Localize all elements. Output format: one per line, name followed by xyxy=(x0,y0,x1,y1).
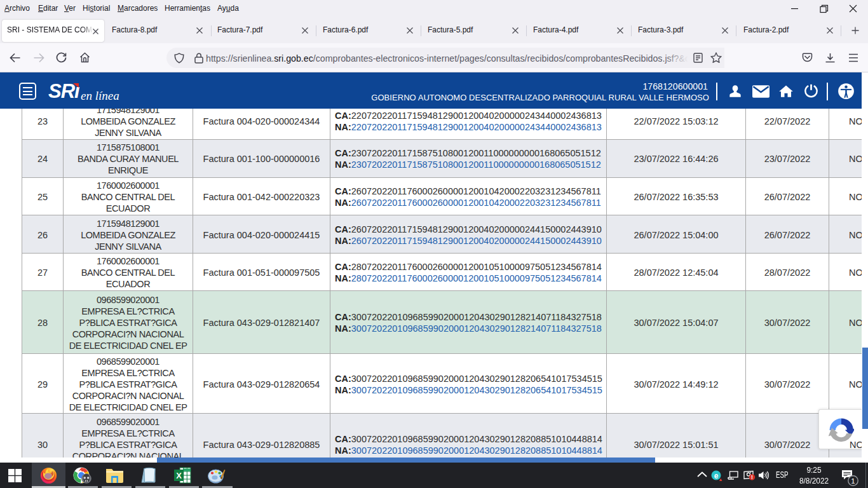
svg-text:e: e xyxy=(714,471,719,480)
svg-text:!: ! xyxy=(751,474,753,480)
svg-text:X: X xyxy=(176,471,182,480)
svg-text:1: 1 xyxy=(851,477,855,485)
